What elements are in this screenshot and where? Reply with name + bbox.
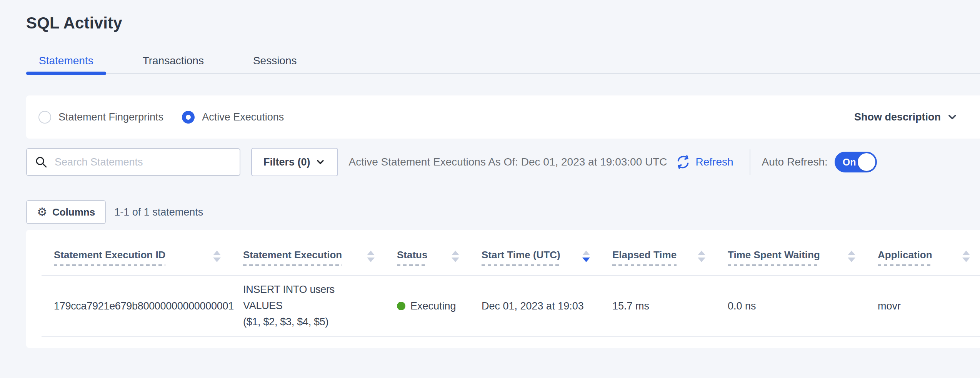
columns-label: Columns <box>52 206 95 218</box>
cell-execution-id: 179cca7921e679b80000000000000001 <box>42 276 231 336</box>
controls-row: Filters (0) Active Statement Executions … <box>26 148 980 176</box>
sql-activity-page: SQL Activity Statements Transactions Ses… <box>0 14 980 378</box>
status-executing-dot-icon <box>397 302 405 310</box>
refresh-label: Refresh <box>696 156 733 168</box>
statements-table-card: Statement Execution ID Statement Executi… <box>26 230 980 348</box>
radio-label: Statement Fingerprints <box>58 111 163 123</box>
column-header-elapsed-time[interactable]: Elapsed Time <box>600 230 715 275</box>
radio-active-executions[interactable]: Active Executions <box>182 111 284 124</box>
toggle-state-label: On <box>843 157 856 168</box>
refresh-button[interactable]: Refresh <box>675 154 733 170</box>
filters-button[interactable]: Filters (0) <box>251 148 338 176</box>
view-mode-card: Statement Fingerprints Active Executions… <box>26 95 980 139</box>
sort-icon[interactable] <box>962 249 970 262</box>
gear-icon: ⚙ <box>37 206 47 218</box>
page-title: SQL Activity <box>26 14 980 32</box>
cell-status: Executing <box>385 276 469 336</box>
refresh-icon <box>675 154 691 170</box>
cell-elapsed-time: 15.7 ms <box>600 276 715 336</box>
show-description-label: Show description <box>854 111 941 123</box>
filters-label: Filters (0) <box>263 156 310 168</box>
cell-statement: INSERT INTO users VALUES ($1, $2, $3, $4… <box>231 276 385 336</box>
column-header-statement-execution-id[interactable]: Statement Execution ID <box>42 230 231 275</box>
as-of-timestamp: Active Statement Executions As Of: Dec 0… <box>349 156 667 168</box>
tab-transactions[interactable]: Transactions <box>130 55 217 73</box>
tab-sessions[interactable]: Sessions <box>240 55 310 73</box>
table-header-row: Statement Execution ID Statement Executi… <box>42 230 980 276</box>
table-toolbar: ⚙ Columns 1-1 of 1 statements <box>26 200 980 224</box>
column-header-status[interactable]: Status <box>385 230 469 275</box>
radio-selected-icon[interactable] <box>182 111 195 124</box>
radio-label: Active Executions <box>202 111 284 123</box>
sort-icon[interactable] <box>698 249 705 262</box>
show-description-toggle[interactable]: Show description <box>854 111 958 123</box>
sort-icon[interactable] <box>848 249 855 262</box>
column-header-start-time[interactable]: Start Time (UTC) <box>469 230 600 275</box>
column-header-application[interactable]: Application <box>865 230 980 275</box>
status-label: Executing <box>410 300 456 312</box>
toggle-knob[interactable] <box>858 153 875 171</box>
sort-icon[interactable] <box>213 249 221 262</box>
column-header-time-spent-waiting[interactable]: Time Spent Waiting <box>715 230 865 275</box>
tab-bar: Statements Transactions Sessions <box>26 55 980 74</box>
columns-button[interactable]: ⚙ Columns <box>26 200 106 224</box>
result-count: 1-1 of 1 statements <box>114 206 203 218</box>
sort-icon[interactable] <box>367 249 375 262</box>
column-header-statement-execution[interactable]: Statement Execution <box>231 230 385 275</box>
cell-time-spent-waiting: 0.0 ns <box>715 276 865 336</box>
radio-statement-fingerprints[interactable]: Statement Fingerprints <box>38 111 163 124</box>
table-row[interactable]: 179cca7921e679b80000000000000001 INSERT … <box>42 276 980 337</box>
cell-start-time: Dec 01, 2023 at 19:03 <box>469 276 600 336</box>
auto-refresh-toggle[interactable]: On <box>835 152 877 172</box>
auto-refresh-label: Auto Refresh: <box>762 156 828 168</box>
cell-application: movr <box>865 276 980 336</box>
sort-icon-descending[interactable] <box>582 249 590 262</box>
tab-statements[interactable]: Statements <box>26 55 106 73</box>
view-mode-radio-group: Statement Fingerprints Active Executions <box>38 111 284 124</box>
search-input[interactable] <box>55 156 232 168</box>
sort-icon[interactable] <box>452 249 459 262</box>
search-box[interactable] <box>26 148 240 176</box>
chevron-down-icon <box>946 111 958 123</box>
chevron-down-icon <box>315 157 326 167</box>
search-icon <box>35 156 48 169</box>
vertical-divider <box>750 149 750 175</box>
radio-unselected-icon[interactable] <box>38 111 51 124</box>
